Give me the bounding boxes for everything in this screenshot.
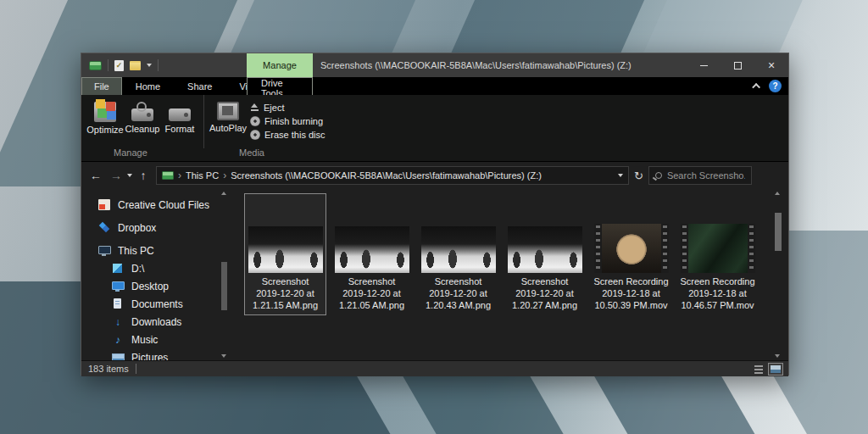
- help-icon[interactable]: ?: [769, 80, 782, 92]
- sidebar-item-this-pc[interactable]: This PC: [81, 242, 230, 259]
- explorer-window-icon: [89, 61, 102, 70]
- burn-disc-icon: [250, 116, 260, 126]
- sidebar-item-desktop[interactable]: Desktop: [81, 277, 230, 295]
- cleanup-icon: [131, 108, 153, 121]
- ribbon-group-media: AutoPlay Eject Finish burning: [203, 95, 336, 148]
- maximize-button[interactable]: [721, 53, 754, 77]
- separator: [158, 59, 159, 71]
- recent-locations-chevron-icon[interactable]: [127, 174, 132, 177]
- file-tile[interactable]: Google: [418, 323, 498, 360]
- back-button[interactable]: ←: [88, 169, 103, 182]
- address-dropdown-chevron-icon[interactable]: [618, 174, 623, 177]
- files-scrollbar[interactable]: [774, 189, 782, 360]
- items-count: 183 items: [88, 364, 136, 374]
- properties-icon[interactable]: ✓: [114, 60, 124, 71]
- ribbon: Optimize Cleanup Format AutoPlay: [81, 95, 788, 162]
- refresh-icon[interactable]: ↻: [634, 170, 643, 182]
- new-folder-icon[interactable]: [130, 61, 141, 70]
- drive-d-icon: [112, 263, 124, 274]
- file-tile[interactable]: [245, 323, 326, 360]
- tab-file[interactable]: File: [81, 77, 122, 95]
- up-button[interactable]: ↑: [136, 169, 151, 182]
- eject-icon: [250, 103, 259, 112]
- collapse-ribbon-icon[interactable]: [752, 83, 760, 92]
- ribbon-tab-row: File Home Share View Drive Tools ?: [81, 77, 788, 95]
- file-tile[interactable]: [591, 323, 671, 360]
- sidebar-item-label: Documents: [131, 298, 183, 310]
- forward-button[interactable]: →: [108, 169, 124, 182]
- search-box[interactable]: Search Screensho...: [648, 166, 752, 185]
- sidebar-item-pictures[interactable]: Pictures: [81, 348, 230, 360]
- finish-burning-button[interactable]: Finish burning: [250, 116, 326, 126]
- details-view-icon[interactable]: [753, 364, 765, 375]
- file-row-2: Google Google: [245, 323, 758, 360]
- ribbon-group-labels: Manage Media: [81, 147, 788, 159]
- breadcrumb-separator: ›: [178, 170, 181, 181]
- file-name-label: Screenshot 2019-12-20 at 1.21.15 AM.png: [245, 275, 326, 311]
- files-scroll-thumb[interactable]: [775, 213, 782, 251]
- sidebar-item-dropbox[interactable]: Dropbox: [81, 219, 230, 236]
- autoplay-icon: [217, 102, 239, 120]
- sidebar-item-label: Downloads: [131, 316, 181, 328]
- this-pc-icon: [98, 245, 110, 256]
- file-tile[interactable]: [331, 323, 412, 360]
- documents-icon: [112, 298, 124, 309]
- file-tile[interactable]: Screenshot 2019-12-20 at 1.20.27 AM.png: [504, 194, 585, 314]
- eject-button[interactable]: Eject: [250, 103, 326, 113]
- file-name-label: Screenshot 2019-12-20 at 1.20.27 AM.png: [504, 275, 585, 311]
- sidebar-item-downloads[interactable]: ↓ Downloads: [81, 313, 230, 331]
- thumbnails-view-icon[interactable]: [768, 363, 783, 376]
- tab-share[interactable]: Share: [174, 77, 225, 95]
- format-button[interactable]: Format: [161, 98, 198, 148]
- view-switcher: [753, 363, 783, 376]
- sidebar-item-drive-d[interactable]: D:\: [81, 259, 230, 277]
- file-tile[interactable]: Screen Recording 2019-12-18 at 10.50.39 …: [591, 194, 671, 314]
- sidebar-item-documents[interactable]: Documents: [81, 295, 230, 313]
- window-controls: ×: [687, 53, 788, 77]
- dropbox-icon: [98, 222, 110, 233]
- scroll-down-icon[interactable]: [775, 354, 780, 358]
- file-tile[interactable]: Screenshot 2019-12-20 at 1.21.05 AM.png: [331, 194, 412, 314]
- cleanup-button[interactable]: Cleanup: [124, 98, 161, 148]
- title-bar[interactable]: ✓ Manage Screenshots (\\MACBOOKAIR-5B8A\…: [81, 53, 788, 77]
- optimize-label: Optimize: [86, 125, 123, 135]
- file-tile[interactable]: Screen Recording 2019-12-18 at 10.46.57 …: [677, 194, 758, 314]
- file-tile[interactable]: Google: [504, 323, 585, 360]
- breadcrumb-separator: ›: [223, 170, 226, 181]
- file-tile[interactable]: Screenshot 2019-12-20 at 1.21.15 AM.png: [245, 194, 326, 314]
- quick-access-toolbar: ✓: [81, 59, 159, 71]
- file-tile[interactable]: [677, 323, 758, 360]
- finish-burning-label: Finish burning: [264, 116, 323, 126]
- erase-disc-icon: [250, 130, 260, 140]
- sidebar-list: Creative Cloud Files Dropbox This PC D:\…: [81, 189, 230, 360]
- location-drive-icon: [162, 171, 174, 180]
- tab-home[interactable]: Home: [122, 77, 174, 95]
- qat-customize-chevron-icon[interactable]: [147, 64, 152, 67]
- scroll-up-icon[interactable]: [221, 192, 226, 195]
- sidebar-item-creative-cloud[interactable]: Creative Cloud Files: [81, 196, 230, 214]
- eject-label: Eject: [264, 103, 284, 113]
- file-tile[interactable]: Screenshot 2019-12-20 at 1.20.43 AM.png: [418, 194, 498, 314]
- cleanup-label: Cleanup: [125, 124, 160, 134]
- sidebar-scroll-thumb[interactable]: [221, 262, 227, 310]
- scroll-down-icon[interactable]: [221, 354, 226, 358]
- sidebar-item-music[interactable]: ♪ Music: [81, 331, 230, 348]
- scroll-up-icon[interactable]: [775, 192, 780, 195]
- breadcrumb-this-pc[interactable]: This PC: [186, 170, 219, 181]
- close-button[interactable]: ×: [754, 53, 788, 77]
- sidebar-item-label: Dropbox: [118, 222, 156, 234]
- manage-contextual-tab[interactable]: Manage: [247, 53, 313, 77]
- minimize-button[interactable]: [687, 53, 721, 77]
- thumbnail-bottles: [421, 226, 496, 273]
- file-name-label: Screenshot 2019-12-20 at 1.20.43 AM.png: [418, 275, 498, 311]
- ribbon-right-controls: ?: [754, 77, 782, 95]
- breadcrumb-current-folder[interactable]: Screenshots (\\MACBOOKAIR-5B8A\Mac\Users…: [231, 170, 542, 181]
- sidebar-scrollbar[interactable]: [220, 189, 228, 360]
- optimize-button[interactable]: Optimize: [86, 98, 124, 148]
- autoplay-button[interactable]: AutoPlay: [209, 98, 247, 148]
- music-icon: ♪: [112, 334, 124, 345]
- status-bar: 183 items: [81, 360, 788, 376]
- erase-disc-button[interactable]: Erase this disc: [250, 130, 326, 140]
- cleanup-ring-icon: [136, 102, 147, 112]
- address-bar[interactable]: › This PC › Screenshots (\\MACBOOKAIR-5B…: [156, 166, 629, 185]
